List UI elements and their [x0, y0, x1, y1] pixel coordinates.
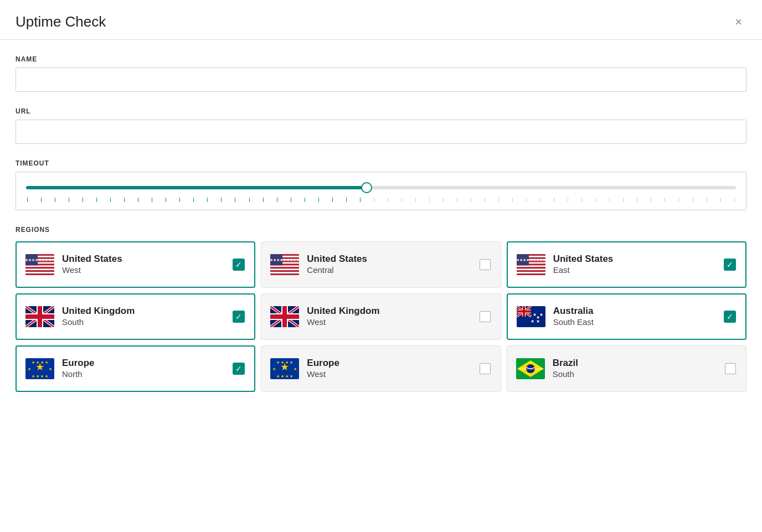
svg-text:★★★★★★★★★★★★★★★★★★★★★★★★★★★★★★: ★★★★★★★★★★★★★★★★★★★★★★★★★★★★★★★★★★★★★★★★… [270, 258, 299, 262]
region-line2: West [62, 265, 122, 276]
checkbox-unchecked-icon [480, 363, 491, 374]
flag-eu: ★ ★ ★ ★ ★ ★ ★ ★ ★ ★ ★ [25, 358, 54, 379]
slider-tick [415, 198, 416, 202]
name-label: NAME [16, 55, 746, 63]
slider-tick [498, 198, 499, 202]
slider-tick [249, 198, 250, 202]
slider-tick [207, 198, 208, 202]
region-line1: United Kingdom [307, 306, 379, 317]
slider-tick [734, 198, 735, 202]
slider-tick [305, 198, 305, 202]
region-left-eu-north: ★ ★ ★ ★ ★ ★ ★ ★ ★ ★ ★ EuropeNorth [25, 358, 95, 380]
checkbox-checked-icon: ✓ [233, 363, 245, 375]
name-field-group: NAME [16, 55, 746, 92]
svg-text:★: ★ [530, 319, 534, 324]
slider-tick [526, 198, 527, 202]
region-line2: South East [553, 317, 594, 328]
checkbox-eu-west[interactable] [478, 362, 492, 375]
svg-rect-13 [25, 273, 54, 275]
close-button[interactable]: × [730, 14, 746, 30]
region-card-br-south[interactable]: ORDEM E PROGRESSO BrazilSouth [507, 345, 746, 392]
slider-tick [360, 198, 361, 202]
slider-tick [388, 198, 388, 202]
checkbox-uk-south[interactable]: ✓ [232, 310, 245, 323]
region-line1: Europe [62, 358, 95, 369]
slider-tick [429, 198, 430, 202]
slider-tick [707, 198, 707, 202]
region-name-us-west: United StatesWest [62, 254, 122, 276]
name-input[interactable] [16, 68, 746, 92]
slider-tick [374, 198, 374, 202]
checkbox-br-south[interactable] [724, 362, 737, 375]
slider-container [16, 172, 746, 210]
region-card-eu-west[interactable]: ★ ★ ★ ★ ★ ★ ★ ★ ★ ★ ★ EuropeWest [261, 345, 501, 392]
slider-tick [138, 198, 138, 202]
slider-tick [96, 198, 97, 202]
svg-rect-42 [517, 268, 545, 270]
timeout-label: TIMEOUT [16, 159, 746, 167]
slider-tick [471, 198, 471, 202]
region-card-uk-south[interactable]: United KingdomSouth✓ [16, 293, 255, 340]
slider-tick [665, 198, 665, 202]
slider-tick [693, 198, 693, 202]
region-card-us-east[interactable]: ★★★★★★★★★★★★★★★★★★★★★★★★★★★★★★★★★★★★★★★★… [507, 241, 746, 288]
regions-label: REGIONS [16, 226, 746, 234]
svg-text:★: ★ [28, 367, 31, 371]
url-input[interactable] [16, 120, 746, 144]
slider-track [26, 182, 736, 193]
checkbox-au-se[interactable]: ✓ [723, 310, 737, 323]
flag-eu: ★ ★ ★ ★ ★ ★ ★ ★ ★ ★ ★ [270, 358, 299, 379]
region-card-eu-north[interactable]: ★ ★ ★ ★ ★ ★ ★ ★ ★ ★ ★ EuropeNorth✓ [16, 345, 255, 392]
slider-tick [55, 198, 55, 202]
checkbox-us-central[interactable] [478, 258, 492, 271]
checkbox-uk-west[interactable] [478, 310, 492, 323]
checkbox-unchecked-icon [725, 363, 736, 374]
regions-grid: ★★★★★★★★★★★★★★★★★★★★★★★★★★★★★★★★★★★★★★★★… [16, 241, 746, 392]
slider-tick [263, 198, 264, 202]
svg-text:★★★★★★★★★★★★★★★★★★★★★★★★★★★★★★: ★★★★★★★★★★★★★★★★★★★★★★★★★★★★★★★★★★★★★★★★… [517, 258, 545, 262]
slider-tick [193, 198, 194, 202]
region-left-au-se: ★ ★ ★ ★ ★ AustraliaSouth East [517, 306, 594, 328]
svg-rect-27 [270, 270, 299, 272]
checkbox-unchecked-icon [480, 259, 491, 270]
slider-tick [678, 198, 679, 202]
slider-ticks [26, 198, 736, 202]
slider-tick [235, 198, 235, 202]
region-left-br-south: ORDEM E PROGRESSO BrazilSouth [516, 358, 578, 380]
svg-rect-11 [25, 270, 54, 272]
svg-text:★: ★ [49, 367, 52, 371]
region-left-uk-south: United KingdomSouth [25, 306, 135, 328]
checkbox-checked-icon: ✓ [233, 311, 245, 323]
region-card-us-west[interactable]: ★★★★★★★★★★★★★★★★★★★★★★★★★★★★★★★★★★★★★★★★… [16, 241, 255, 288]
svg-rect-9 [25, 267, 54, 268]
region-line2: Central [307, 265, 367, 276]
region-line1: United States [307, 254, 367, 265]
flag-us: ★★★★★★★★★★★★★★★★★★★★★★★★★★★★★★★★★★★★★★★★… [517, 254, 545, 275]
region-line1: United Kingdom [62, 306, 135, 317]
flag-uk [270, 306, 299, 327]
slider-tick [443, 198, 444, 202]
slider-tick [179, 198, 180, 202]
checkbox-eu-north[interactable]: ✓ [232, 362, 245, 375]
checkbox-unchecked-icon [480, 311, 491, 322]
slider-tick [651, 198, 651, 202]
checkbox-us-east[interactable]: ✓ [723, 258, 737, 271]
slider-thumb[interactable] [361, 182, 372, 193]
slider-tick [69, 198, 69, 202]
svg-rect-41 [517, 267, 545, 268]
slider-tick [152, 198, 152, 202]
region-line1: United States [553, 254, 614, 265]
slider-tick [346, 198, 347, 202]
region-card-us-central[interactable]: ★★★★★★★★★★★★★★★★★★★★★★★★★★★★★★★★★★★★★★★★… [261, 241, 501, 288]
regions-section: REGIONS ★★★★★★★★★★★★★★★★★★★★★★★★★★★★★★★★… [16, 226, 746, 392]
svg-rect-43 [517, 270, 545, 272]
region-line2: West [307, 369, 339, 380]
flag-us: ★★★★★★★★★★★★★★★★★★★★★★★★★★★★★★★★★★★★★★★★… [25, 254, 54, 275]
checkbox-us-west[interactable]: ✓ [232, 258, 245, 271]
slider-fill [26, 186, 367, 189]
region-card-uk-west[interactable]: United KingdomWest [261, 293, 501, 340]
slider-tick [291, 198, 291, 202]
svg-rect-44 [517, 272, 545, 273]
svg-rect-45 [517, 273, 545, 275]
region-card-au-se[interactable]: ★ ★ ★ ★ ★ AustraliaSouth East✓ [507, 293, 746, 340]
